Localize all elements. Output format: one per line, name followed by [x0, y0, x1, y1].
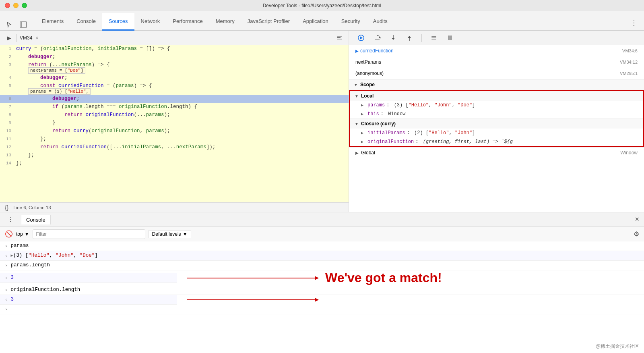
- watermark: @稀土掘金技术社区: [596, 343, 639, 350]
- scope-local-params[interactable]: ▶ params: (3) ["Hello", "John", "Doe"]: [350, 101, 643, 110]
- input-arrow-icon: ›: [5, 244, 8, 249]
- close-button[interactable]: [5, 3, 10, 8]
- call-stack-item-2[interactable]: (anonymous) VM295:1: [349, 68, 644, 79]
- arrow-line-1: [187, 278, 316, 278]
- input-arrow-2-icon: ›: [5, 263, 8, 268]
- scope-closure-initialparams[interactable]: ▶ initialParams: (2) ["Hello", "John"]: [350, 129, 643, 137]
- dock-icon[interactable]: [18, 19, 29, 30]
- status-line-col: Line 6, Column 13: [13, 205, 51, 210]
- console-tab-button[interactable]: Console: [21, 215, 51, 224]
- scope-local-header[interactable]: ▼ Local: [350, 91, 643, 101]
- minimize-button[interactable]: [13, 3, 19, 8]
- tab-sources[interactable]: Sources: [102, 13, 134, 31]
- tab-list: Elements Console Sources Network Perform…: [35, 13, 627, 30]
- step-into-button[interactable]: [388, 32, 399, 44]
- context-select[interactable]: top ▼: [16, 231, 29, 237]
- code-line-12: 12 return curriedFunction([...initialPar…: [0, 143, 349, 152]
- svg-rect-14: [431, 37, 436, 38]
- console-level-select[interactable]: Default levels ▼: [149, 230, 191, 238]
- scope-global-row[interactable]: ▶ Global Window: [349, 147, 644, 158]
- call-stack-item-0[interactable]: ▶ curriedFunction VM34:6: [349, 45, 644, 56]
- tab-application[interactable]: Application: [296, 13, 335, 31]
- file-tab-close[interactable]: ×: [35, 35, 38, 41]
- tab-memory[interactable]: Memory: [209, 13, 241, 31]
- code-line-7: 7 if (params.length === originalFunction…: [0, 103, 349, 111]
- svg-marker-12: [408, 36, 411, 38]
- call-stack-loc-1: VM34:12: [620, 60, 638, 64]
- code-line-3: 3 return (...nextParams) => { nextParams…: [0, 61, 349, 74]
- svg-rect-13: [431, 36, 436, 37]
- step-out-button[interactable]: [404, 32, 415, 44]
- console-text-origfnlength: originalFunction.length: [11, 287, 639, 293]
- output-arrow-3-icon: ‹: [5, 297, 8, 302]
- console-text-params-val: ▶(3) ["Hello", "John", "Doe"]: [11, 253, 639, 258]
- pause-on-exception-button[interactable]: [444, 32, 456, 44]
- svg-rect-2: [337, 36, 342, 37]
- call-stack-item-1[interactable]: nextParams VM34:12: [349, 56, 644, 68]
- console-entry-paramslength-input: › params.length: [0, 261, 644, 270]
- file-tab-name: VM34: [20, 35, 32, 41]
- scope-header-label: Scope: [360, 82, 375, 87]
- scope-triangle-icon: ▼: [354, 83, 358, 87]
- maximize-button[interactable]: [22, 3, 27, 8]
- more-tabs-button[interactable]: ⋮: [627, 15, 641, 30]
- expand-icon-initialparams: ▶: [361, 131, 366, 135]
- console-toolbar: 🚫 top ▼ Default levels ▼ ⚙: [0, 227, 644, 241]
- tab-network[interactable]: Network: [134, 13, 167, 31]
- scope-local-this[interactable]: ▶ this: Window: [350, 110, 643, 118]
- level-label: Default levels: [152, 231, 181, 237]
- expand-icon-this: ▶: [361, 112, 366, 116]
- deactivate-breakpoints-button[interactable]: [428, 32, 440, 44]
- tab-bar-nav: [3, 19, 29, 30]
- console-entry-paramslength-output-row: ‹ 3 We've got a match!: [0, 270, 644, 285]
- red-arrow-2-area: [187, 299, 316, 300]
- console-panel: ⋮ Console × 🚫 top ▼ Default levels ▼ ⚙ ›…: [0, 212, 644, 353]
- upper-split: ▶ VM34 × 1 curry = (originalFunction, in…: [0, 31, 644, 212]
- call-stack-name-1: nextParams: [355, 59, 381, 65]
- call-stack-loc-0: VM34:6: [622, 48, 638, 53]
- console-header: ⋮ Console ×: [0, 212, 644, 227]
- scope-closure-label: Closure (curry): [361, 121, 396, 127]
- title-bar: Developer Tools - file:///Users/yazeed/D…: [0, 0, 644, 11]
- context-label: top: [16, 231, 23, 237]
- window-title: Developer Tools - file:///Users/yazeed/D…: [263, 3, 382, 8]
- match-annotation: We've got a match!: [325, 270, 442, 285]
- red-arrow-1: [187, 278, 316, 278]
- arrow-line-2: [187, 299, 316, 300]
- tab-js-profiler[interactable]: JavaScript Profiler: [241, 13, 296, 31]
- curly-brace-icon: {}: [5, 204, 8, 211]
- code-status-bar: {} Line 6, Column 13: [0, 202, 349, 212]
- console-body: › params ‹ ▶(3) ["Hello", "John", "Doe"]…: [0, 241, 644, 353]
- code-line-4: 4 debugger;: [0, 74, 349, 82]
- tab-performance[interactable]: Performance: [166, 13, 209, 31]
- code-editor[interactable]: 1 curry = (originalFunction, initialPara…: [0, 45, 349, 202]
- format-icon[interactable]: [334, 32, 345, 44]
- console-entry-origfnlength-output-row: ‹ 3: [0, 295, 644, 305]
- console-gear-icon[interactable]: ⚙: [634, 230, 639, 238]
- call-stack-panel: ▶ curriedFunction VM34:6 nextParams VM34…: [349, 45, 644, 79]
- code-line-1: 1 curry = (originalFunction, initialPara…: [0, 45, 349, 53]
- resume-button[interactable]: [355, 32, 367, 44]
- console-menu-icon[interactable]: ⋮: [5, 214, 16, 225]
- clear-console-icon[interactable]: 🚫: [5, 230, 13, 238]
- tab-audits[interactable]: Audits: [367, 13, 394, 31]
- tab-security[interactable]: Security: [335, 13, 367, 31]
- console-text-params: params: [11, 243, 639, 249]
- scope-closure-header[interactable]: ▼ Closure (curry): [350, 118, 643, 129]
- scope-section: ▼ Scope ▼ Local ▶ params: (3) ["Hello", …: [349, 79, 644, 212]
- console-filter-input[interactable]: [33, 229, 145, 239]
- local-triangle-icon: ▼: [355, 94, 359, 98]
- play-icon[interactable]: ▶: [3, 32, 14, 44]
- code-line-8: 8 return originalFunction(...params);: [0, 111, 349, 119]
- code-line-2: 2 debugger;: [0, 53, 349, 61]
- svg-rect-4: [337, 39, 342, 39]
- input-arrow-3-icon: ›: [5, 288, 8, 293]
- code-panel: ▶ VM34 × 1 curry = (originalFunction, in…: [0, 31, 349, 212]
- console-prompt[interactable]: ›: [0, 305, 644, 314]
- scope-closure-originalfn[interactable]: ▶ originalFunction: (greeting, first, la…: [350, 137, 643, 146]
- console-close-button[interactable]: ×: [635, 215, 639, 224]
- step-over-button[interactable]: [372, 32, 383, 44]
- tab-elements[interactable]: Elements: [35, 13, 70, 31]
- tab-console[interactable]: Console: [70, 13, 102, 31]
- cursor-icon[interactable]: [3, 19, 14, 30]
